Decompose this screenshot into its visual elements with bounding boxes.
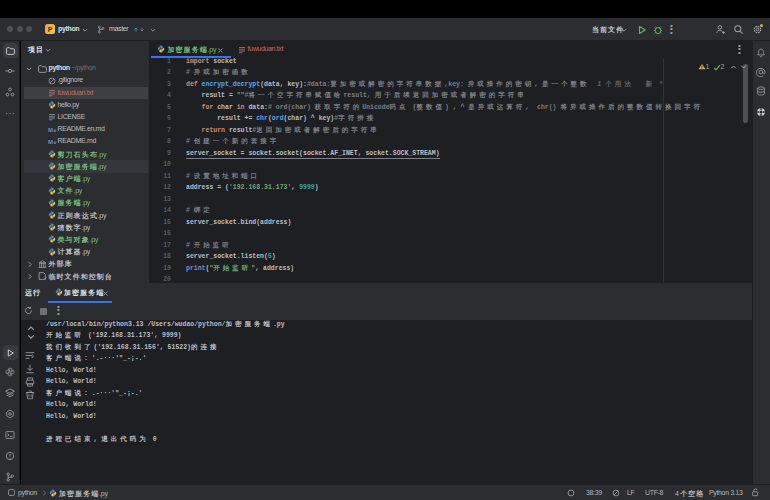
svg-text:M: M: [48, 139, 53, 145]
svg-text:M: M: [48, 127, 53, 133]
